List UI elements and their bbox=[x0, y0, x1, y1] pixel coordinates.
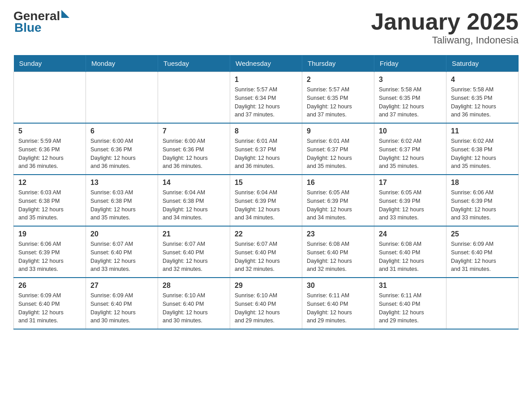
day-info: Sunrise: 6:10 AM Sunset: 6:40 PM Dayligh… bbox=[235, 291, 297, 325]
calendar-cell: 17Sunrise: 6:05 AM Sunset: 6:39 PM Dayli… bbox=[374, 175, 446, 226]
day-number: 11 bbox=[451, 127, 514, 135]
day-info: Sunrise: 6:07 AM Sunset: 6:40 PM Dayligh… bbox=[163, 240, 225, 274]
calendar-cell: 21Sunrise: 6:07 AM Sunset: 6:40 PM Dayli… bbox=[158, 226, 230, 278]
day-info: Sunrise: 6:05 AM Sunset: 6:39 PM Dayligh… bbox=[379, 188, 442, 222]
day-info: Sunrise: 5:58 AM Sunset: 6:35 PM Dayligh… bbox=[379, 86, 442, 119]
calendar-cell: 9Sunrise: 6:01 AM Sunset: 6:37 PM Daylig… bbox=[302, 123, 374, 175]
calendar-cell: 31Sunrise: 6:11 AM Sunset: 6:40 PM Dayli… bbox=[374, 278, 446, 329]
day-header-friday: Friday bbox=[374, 55, 446, 72]
week-row-3: 12Sunrise: 6:03 AM Sunset: 6:38 PM Dayli… bbox=[14, 175, 519, 226]
day-info: Sunrise: 6:06 AM Sunset: 6:39 PM Dayligh… bbox=[18, 240, 81, 274]
day-header-monday: Monday bbox=[86, 55, 158, 72]
day-info: Sunrise: 6:07 AM Sunset: 6:40 PM Dayligh… bbox=[235, 240, 297, 274]
day-number: 5 bbox=[18, 127, 81, 135]
calendar-cell: 8Sunrise: 6:01 AM Sunset: 6:37 PM Daylig… bbox=[230, 123, 302, 175]
page-header: General Blue January 2025 Taliwang, Indo… bbox=[13, 9, 519, 46]
day-info: Sunrise: 5:58 AM Sunset: 6:35 PM Dayligh… bbox=[451, 86, 514, 119]
calendar-cell: 27Sunrise: 6:09 AM Sunset: 6:40 PM Dayli… bbox=[86, 278, 158, 329]
day-info: Sunrise: 5:57 AM Sunset: 6:35 PM Dayligh… bbox=[307, 86, 369, 119]
calendar-cell: 14Sunrise: 6:04 AM Sunset: 6:38 PM Dayli… bbox=[158, 175, 230, 226]
day-info: Sunrise: 6:05 AM Sunset: 6:39 PM Dayligh… bbox=[307, 188, 369, 222]
day-number: 18 bbox=[451, 179, 514, 187]
day-info: Sunrise: 6:00 AM Sunset: 6:36 PM Dayligh… bbox=[163, 137, 225, 171]
calendar-cell: 5Sunrise: 5:59 AM Sunset: 6:36 PM Daylig… bbox=[14, 123, 86, 175]
day-info: Sunrise: 6:01 AM Sunset: 6:37 PM Dayligh… bbox=[235, 137, 297, 171]
calendar-cell: 2Sunrise: 5:57 AM Sunset: 6:35 PM Daylig… bbox=[302, 72, 374, 124]
day-number: 10 bbox=[379, 127, 442, 135]
day-number: 1 bbox=[235, 76, 297, 84]
calendar-title: January 2025 bbox=[371, 9, 519, 34]
calendar-cell: 23Sunrise: 6:08 AM Sunset: 6:40 PM Dayli… bbox=[302, 226, 374, 278]
calendar-cell: 20Sunrise: 6:07 AM Sunset: 6:40 PM Dayli… bbox=[86, 226, 158, 278]
calendar-cell: 13Sunrise: 6:03 AM Sunset: 6:38 PM Dayli… bbox=[86, 175, 158, 226]
day-info: Sunrise: 6:08 AM Sunset: 6:40 PM Dayligh… bbox=[379, 240, 442, 274]
day-number: 9 bbox=[307, 127, 369, 135]
logo-blue-text: Blue bbox=[14, 21, 42, 35]
week-row-2: 5Sunrise: 5:59 AM Sunset: 6:36 PM Daylig… bbox=[14, 123, 519, 175]
day-info: Sunrise: 6:00 AM Sunset: 6:36 PM Dayligh… bbox=[90, 137, 153, 171]
calendar-cell: 26Sunrise: 6:09 AM Sunset: 6:40 PM Dayli… bbox=[14, 278, 86, 329]
calendar-cell: 12Sunrise: 6:03 AM Sunset: 6:38 PM Dayli… bbox=[14, 175, 86, 226]
day-number: 28 bbox=[163, 282, 225, 290]
calendar-cell bbox=[158, 72, 230, 124]
day-info: Sunrise: 6:02 AM Sunset: 6:37 PM Dayligh… bbox=[379, 137, 442, 171]
day-number: 14 bbox=[163, 179, 225, 187]
calendar-cell bbox=[446, 278, 519, 329]
calendar-cell: 10Sunrise: 6:02 AM Sunset: 6:37 PM Dayli… bbox=[374, 123, 446, 175]
calendar-cell: 1Sunrise: 5:57 AM Sunset: 6:34 PM Daylig… bbox=[230, 72, 302, 124]
calendar-cell: 25Sunrise: 6:09 AM Sunset: 6:40 PM Dayli… bbox=[446, 226, 519, 278]
calendar-cell: 7Sunrise: 6:00 AM Sunset: 6:36 PM Daylig… bbox=[158, 123, 230, 175]
day-info: Sunrise: 6:09 AM Sunset: 6:40 PM Dayligh… bbox=[18, 291, 81, 325]
calendar-body: 1Sunrise: 5:57 AM Sunset: 6:34 PM Daylig… bbox=[14, 72, 519, 330]
calendar-cell: 29Sunrise: 6:10 AM Sunset: 6:40 PM Dayli… bbox=[230, 278, 302, 329]
day-info: Sunrise: 6:04 AM Sunset: 6:39 PM Dayligh… bbox=[235, 188, 297, 222]
calendar-cell: 4Sunrise: 5:58 AM Sunset: 6:35 PM Daylig… bbox=[446, 72, 519, 124]
day-number: 30 bbox=[307, 282, 369, 290]
day-number: 2 bbox=[307, 76, 369, 84]
calendar-cell bbox=[14, 72, 86, 124]
calendar-cell: 6Sunrise: 6:00 AM Sunset: 6:36 PM Daylig… bbox=[86, 123, 158, 175]
day-number: 21 bbox=[163, 230, 225, 238]
day-info: Sunrise: 6:08 AM Sunset: 6:40 PM Dayligh… bbox=[307, 240, 369, 274]
day-number: 20 bbox=[90, 230, 153, 238]
calendar-header: SundayMondayTuesdayWednesdayThursdayFrid… bbox=[14, 55, 519, 72]
days-of-week-row: SundayMondayTuesdayWednesdayThursdayFrid… bbox=[14, 55, 519, 72]
day-header-thursday: Thursday bbox=[302, 55, 374, 72]
logo: General Blue bbox=[13, 9, 69, 35]
calendar-cell: 19Sunrise: 6:06 AM Sunset: 6:39 PM Dayli… bbox=[14, 226, 86, 278]
day-info: Sunrise: 6:06 AM Sunset: 6:39 PM Dayligh… bbox=[451, 188, 514, 222]
day-info: Sunrise: 6:01 AM Sunset: 6:37 PM Dayligh… bbox=[307, 137, 369, 171]
day-number: 25 bbox=[451, 230, 514, 238]
day-info: Sunrise: 6:09 AM Sunset: 6:40 PM Dayligh… bbox=[451, 240, 514, 274]
day-info: Sunrise: 6:03 AM Sunset: 6:38 PM Dayligh… bbox=[90, 188, 153, 222]
day-number: 16 bbox=[307, 179, 369, 187]
day-number: 6 bbox=[90, 127, 153, 135]
day-number: 7 bbox=[163, 127, 225, 135]
day-number: 22 bbox=[235, 230, 297, 238]
calendar-cell: 11Sunrise: 6:02 AM Sunset: 6:38 PM Dayli… bbox=[446, 123, 519, 175]
day-header-sunday: Sunday bbox=[14, 55, 86, 72]
day-info: Sunrise: 6:07 AM Sunset: 6:40 PM Dayligh… bbox=[90, 240, 153, 274]
calendar-cell: 28Sunrise: 6:10 AM Sunset: 6:40 PM Dayli… bbox=[158, 278, 230, 329]
calendar-subtitle: Taliwang, Indonesia bbox=[371, 34, 519, 46]
day-info: Sunrise: 6:10 AM Sunset: 6:40 PM Dayligh… bbox=[163, 291, 225, 325]
day-number: 31 bbox=[379, 282, 442, 290]
day-info: Sunrise: 5:57 AM Sunset: 6:34 PM Dayligh… bbox=[235, 86, 297, 119]
day-number: 23 bbox=[307, 230, 369, 238]
day-number: 8 bbox=[235, 127, 297, 135]
day-info: Sunrise: 6:03 AM Sunset: 6:38 PM Dayligh… bbox=[18, 188, 81, 222]
day-header-saturday: Saturday bbox=[446, 55, 519, 72]
week-row-1: 1Sunrise: 5:57 AM Sunset: 6:34 PM Daylig… bbox=[14, 72, 519, 124]
day-number: 12 bbox=[18, 179, 81, 187]
day-info: Sunrise: 6:11 AM Sunset: 6:40 PM Dayligh… bbox=[307, 291, 369, 325]
day-number: 19 bbox=[18, 230, 81, 238]
calendar-cell: 30Sunrise: 6:11 AM Sunset: 6:40 PM Dayli… bbox=[302, 278, 374, 329]
day-number: 13 bbox=[90, 179, 153, 187]
day-info: Sunrise: 6:11 AM Sunset: 6:40 PM Dayligh… bbox=[379, 291, 442, 325]
day-number: 27 bbox=[90, 282, 153, 290]
day-number: 24 bbox=[379, 230, 442, 238]
title-section: January 2025 Taliwang, Indonesia bbox=[371, 9, 519, 46]
day-info: Sunrise: 6:09 AM Sunset: 6:40 PM Dayligh… bbox=[90, 291, 153, 325]
calendar-cell: 24Sunrise: 6:08 AM Sunset: 6:40 PM Dayli… bbox=[374, 226, 446, 278]
logo-arrow-icon bbox=[61, 10, 69, 18]
